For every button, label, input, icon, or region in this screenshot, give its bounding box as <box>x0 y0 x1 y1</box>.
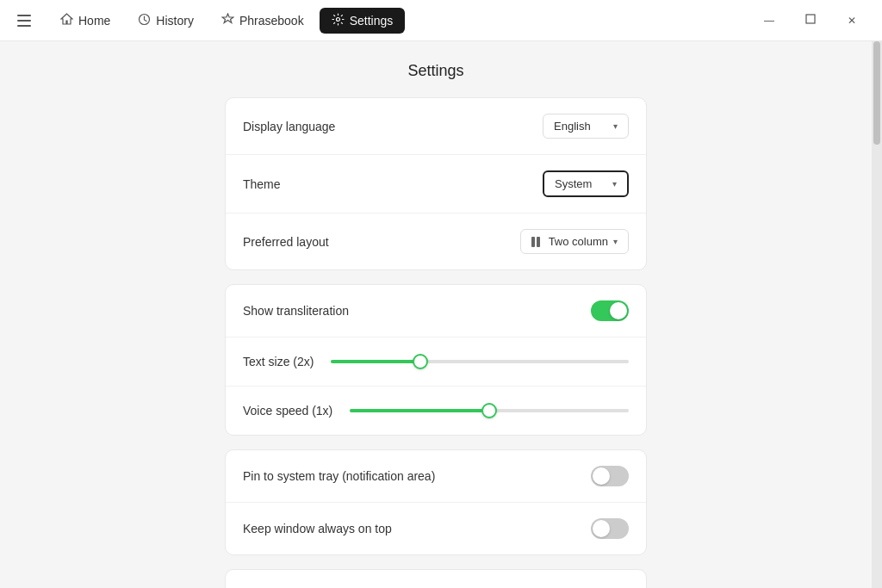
svg-rect-0 <box>17 15 31 16</box>
theme-dropdown[interactable]: System ▾ <box>543 170 629 197</box>
pin-to-tray-row: Pin to system tray (notification area) <box>226 450 646 503</box>
home-icon <box>60 13 73 28</box>
preferred-layout-label: Preferred layout <box>243 235 329 249</box>
keep-on-top-row: Keep window always on top <box>226 503 646 554</box>
voice-speed-slider-fill <box>350 409 489 412</box>
hamburger-menu-button[interactable] <box>10 7 38 34</box>
show-transliteration-toggle[interactable] <box>591 300 629 321</box>
minimize-icon: — <box>764 15 774 27</box>
settings-area: Settings Display language English ▾ Them… <box>0 41 872 588</box>
svg-rect-2 <box>17 25 31 27</box>
toggle-thumb <box>593 467 610 485</box>
nav-home-label: Home <box>78 14 110 28</box>
chevron-down-icon: ▾ <box>613 237 618 246</box>
svg-rect-1 <box>17 20 31 22</box>
nav-settings-label: Settings <box>350 14 394 28</box>
settings-card-window: Pin to system tray (notification area) K… <box>225 449 647 555</box>
toggle-track-off <box>591 466 629 486</box>
gear-icon <box>332 13 345 28</box>
voice-speed-slider-track <box>350 409 629 412</box>
chevron-down-icon: ▾ <box>613 121 618 131</box>
layout-icon <box>531 237 540 247</box>
text-size-row: Text size (2x) <box>226 337 646 387</box>
display-language-value: English <box>554 120 591 133</box>
star-icon <box>221 13 234 28</box>
keep-on-top-toggle[interactable] <box>591 518 629 539</box>
keep-on-top-label: Keep window always on top <box>243 522 392 535</box>
toggle-thumb <box>610 302 627 319</box>
svg-rect-5 <box>806 15 815 23</box>
show-transliteration-row: Show transliteration <box>226 285 646 337</box>
voice-speed-slider-container <box>350 402 629 419</box>
voice-speed-label: Voice speed (1x) <box>243 404 332 418</box>
preferred-layout-row: Preferred layout Two column ▾ <box>226 214 646 269</box>
scrollbar-thumb[interactable] <box>873 41 880 145</box>
scrollbar-track[interactable] <box>872 41 882 588</box>
main-content: Settings Display language English ▾ Them… <box>0 41 882 588</box>
nav-item-phrasebook[interactable]: Phrasebook <box>209 8 316 34</box>
titlebar: Home History Phrasebook <box>0 0 882 41</box>
text-size-slider-fill <box>331 360 420 363</box>
pin-to-tray-label: Pin to system tray (notification area) <box>243 469 435 483</box>
maximize-icon <box>805 14 816 27</box>
settings-card-display: Display language English ▾ Theme System … <box>225 97 647 270</box>
display-language-label: Display language <box>243 120 335 133</box>
history-icon <box>138 13 151 28</box>
minimize-button[interactable]: — <box>749 7 789 34</box>
chevron-down-icon: ▾ <box>612 179 617 189</box>
text-size-slider-thumb[interactable] <box>413 354 428 369</box>
nav-history-label: History <box>156 14 194 28</box>
text-size-slider-track <box>331 360 629 363</box>
voice-speed-slider-thumb[interactable] <box>481 403 497 418</box>
toggle-thumb <box>593 520 610 537</box>
toggle-track-off <box>591 518 629 539</box>
theme-row: Theme System ▾ <box>226 155 646 214</box>
nav-item-home[interactable]: Home <box>48 8 122 34</box>
display-language-dropdown[interactable]: English ▾ <box>543 114 629 139</box>
maximize-button[interactable] <box>791 7 830 34</box>
close-icon: ✕ <box>848 15 856 27</box>
titlebar-left: Home History Phrasebook <box>10 7 405 34</box>
svg-point-4 <box>336 17 339 21</box>
theme-label: Theme <box>243 177 281 191</box>
preferred-layout-dropdown[interactable]: Two column ▾ <box>520 229 629 254</box>
nav-item-settings[interactable]: Settings <box>320 8 406 34</box>
pin-to-tray-toggle[interactable] <box>591 466 629 486</box>
display-language-row: Display language English ▾ <box>226 98 646 155</box>
theme-value: System <box>555 177 592 190</box>
toggle-track <box>591 300 629 321</box>
nav-item-history[interactable]: History <box>126 8 206 34</box>
close-button[interactable]: ✕ <box>832 7 872 34</box>
settings-card-shortcuts: Define a keyboard shortcut to open Trans… <box>225 569 647 588</box>
page-title: Settings <box>17 62 854 80</box>
show-transliteration-label: Show transliteration <box>243 304 349 318</box>
preferred-layout-value: Two column <box>549 235 608 248</box>
keyboard-shortcut-row[interactable]: Define a keyboard shortcut to open Trans… <box>226 570 646 588</box>
titlebar-right: — ✕ <box>749 7 872 34</box>
voice-speed-row: Voice speed (1x) <box>226 387 646 435</box>
text-size-slider-container <box>331 353 629 370</box>
text-size-label: Text size (2x) <box>243 355 314 368</box>
settings-card-display-options: Show transliteration Text size (2x) V <box>225 284 647 436</box>
nav-phrasebook-label: Phrasebook <box>239 14 304 28</box>
